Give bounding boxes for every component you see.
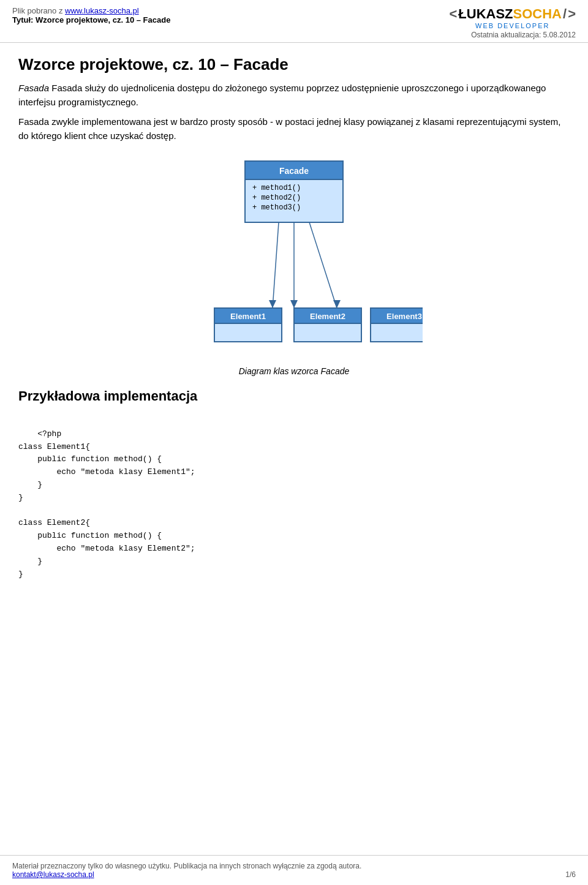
logo: < ŁUKASZSOCHA / > [449,6,576,22]
uml-diagram: Facade + method1() + method2() + method3… [165,155,423,363]
file-source-text: Plik pobrano z [12,6,65,15]
diagram-caption: Diagram klas wzorca Facade [18,366,570,376]
footer-row: Materiał przeznaczony tylko do własnego … [12,862,576,879]
intro-paragraph-2: Fasada zwykle implementowana jest w bard… [18,115,570,143]
svg-text:+ method2(): + method2() [252,194,301,202]
logo-slash: / [563,6,567,22]
fasada-term: Fasada [18,83,49,93]
svg-marker-11 [333,300,341,308]
diagram-container: Facade + method1() + method2() + method3… [18,155,570,363]
svg-marker-7 [269,300,276,308]
svg-text:Element1: Element1 [230,312,266,321]
last-update: Ostatnia aktualizacja: 5.08.2012 [449,31,576,39]
logo-lt: < [449,6,457,22]
header-left: Plik pobrano z www.lukasz-socha.pl Tytuł… [12,6,170,24]
svg-text:Element3: Element3 [386,312,422,321]
code-block: <?php class Element1{ public function me… [18,409,570,600]
footer-left: Materiał przeznaczony tylko do własnego … [12,862,361,879]
file-source-link[interactable]: www.lukasz-socha.pl [65,6,139,15]
footer-contact: kontakt@lukasz-socha.pl [12,870,361,879]
logo-socha: SOCHA [513,6,562,21]
svg-text:+ method1(): + method1() [252,184,301,192]
footer-contact-link[interactable]: kontakt@lukasz-socha.pl [12,870,94,879]
main-content: Wzorce projektowe, cz. 10 – Facade Fasad… [0,43,588,636]
page-header: Plik pobrano z www.lukasz-socha.pl Tytuł… [0,0,588,43]
logo-name: ŁUKASZSOCHA [458,6,562,22]
logo-gt: > [568,6,576,22]
section-title: Przykładowa implementacja [18,388,570,404]
code-content: class Element1{ public function method()… [18,442,195,579]
svg-line-10 [309,222,337,308]
file-source-line: Plik pobrano z www.lukasz-socha.pl [12,6,170,15]
page-footer: Materiał przeznaczony tylko do własnego … [0,855,588,885]
logo-lukasz: ŁUKASZ [458,6,513,21]
footer-page-number: 1/6 [565,870,576,879]
svg-line-6 [273,222,279,308]
php-open-tag: <?php [37,429,61,439]
header-title: Tytuł: Wzorce projektowe, cz. 10 – Facad… [12,15,170,24]
header-right: < ŁUKASZSOCHA / > WEB DEVELOPER Ostatnia… [449,6,576,39]
intro-paragraph-1: Fasada Fasada służy do ujednolicenia dos… [18,81,570,109]
page-title: Wzorce projektowe, cz. 10 – Facade [18,55,570,74]
svg-text:Element2: Element2 [310,312,345,321]
svg-marker-9 [290,300,298,308]
svg-text:Facade: Facade [279,166,309,176]
logo-subtitle: WEB DEVELOPER [449,22,576,29]
footer-disclaimer: Materiał przeznaczony tylko do własnego … [12,862,361,870]
facade-uml-svg: Facade + method1() + method2() + method3… [165,155,423,363]
svg-text:+ method3(): + method3() [252,203,301,212]
